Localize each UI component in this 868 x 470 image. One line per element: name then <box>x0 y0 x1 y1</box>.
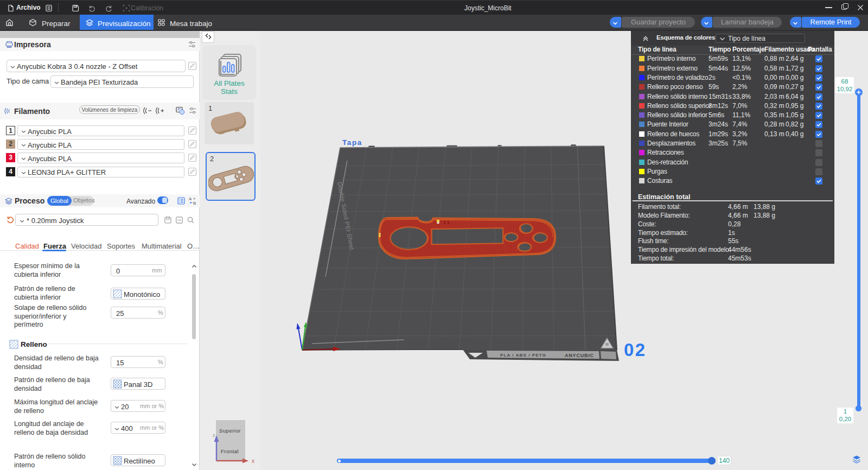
svg-text:z: z <box>213 433 215 438</box>
svg-text:x: x <box>252 458 254 464</box>
svg-text:ANYCUBIC: ANYCUBIC <box>565 353 594 358</box>
svg-text:Tapa: Tapa <box>342 138 362 147</box>
svg-text:PLA / ABS / PETG: PLA / ABS / PETG <box>500 353 546 358</box>
svg-text:02: 02 <box>624 340 647 360</box>
svg-text:B: B <box>193 201 196 206</box>
svg-text:A: A <box>189 196 192 201</box>
